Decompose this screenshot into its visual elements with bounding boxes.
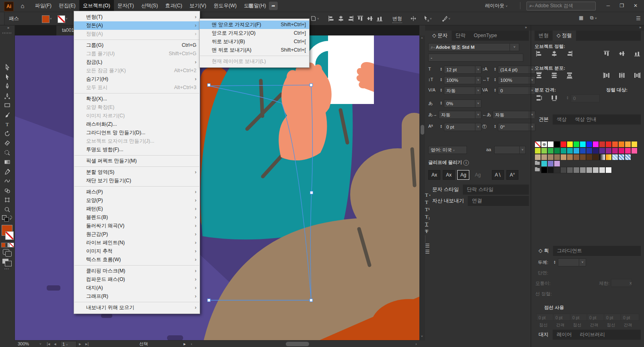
swatch-cell[interactable] <box>599 148 605 154</box>
object-menu-item[interactable]: 그룹(G)Ctrl+G <box>74 41 200 50</box>
object-align-al-icon[interactable] <box>535 50 543 57</box>
curvature-tool[interactable] <box>2 91 13 100</box>
object-menu-item[interactable]: 숨기기(H)› <box>74 75 200 83</box>
swatch-cell[interactable] <box>612 148 618 154</box>
char-style-panel-tab[interactable]: 문자 스타일 <box>428 185 463 195</box>
object-menu-item[interactable]: 블렌드(B)› <box>74 213 200 222</box>
swatch-cell[interactable] <box>567 148 573 154</box>
char-rotation-field[interactable]: 0° <box>498 123 533 131</box>
object-menu-item[interactable]: 래스터화(Z)... <box>74 120 200 129</box>
stepper-icon[interactable]: ▴ ▾ <box>439 77 444 81</box>
swatch-cell[interactable] <box>605 141 612 148</box>
object-menu-item[interactable]: 재단 보기 만들기(C) <box>74 177 200 185</box>
object-menu-item[interactable]: 둘러싸기 왜곡(V)› <box>74 222 200 230</box>
direct-selection-tool[interactable] <box>2 73 13 81</box>
swatch-cell[interactable] <box>573 148 580 154</box>
object-distribute-dh2-icon[interactable] <box>618 72 625 79</box>
kerning-dropdown[interactable]: ˅ <box>475 87 481 95</box>
menubar-item[interactable]: 문자(T) <box>114 0 138 12</box>
font-family-field[interactable]: ⌕˅ Adobe 명조 Std M <box>428 43 512 51</box>
selection-tool[interactable] <box>2 63 13 72</box>
vertical-scale-field[interactable]: 100% <box>444 76 479 84</box>
asset-export-panel-tab[interactable]: 연결 <box>468 196 486 206</box>
aki-right-field[interactable]: 자동 <box>493 111 533 119</box>
hscroll-left-icon[interactable]: ‹ <box>191 341 192 347</box>
swatch-cell[interactable] <box>592 154 599 160</box>
tools-grip[interactable] <box>2 32 12 34</box>
swatch-cell[interactable] <box>554 160 560 167</box>
paintbrush-tool[interactable] <box>2 110 13 119</box>
swatch-cell[interactable] <box>618 148 625 154</box>
char-style-panel-tab[interactable]: 단락 스타일 <box>463 185 497 195</box>
recolor-artwork-icon[interactable]: ˅ <box>441 15 452 22</box>
object-menu-item[interactable]: 내보내기 위해 모으기› <box>74 303 200 312</box>
object-menu-item[interactable]: 정돈(A)› <box>74 21 200 30</box>
swatch-cell[interactable] <box>547 154 554 160</box>
swatch-cell[interactable] <box>560 167 567 173</box>
swatch-cell[interactable] <box>554 154 560 160</box>
menubar-item[interactable]: 윈도우(W) <box>210 0 240 12</box>
swatch-cell[interactable] <box>541 160 547 167</box>
swatch-cell[interactable] <box>612 141 618 148</box>
object-menu-item[interactable]: 패턴(E)› <box>74 205 200 213</box>
lasso-tool[interactable] <box>2 148 13 157</box>
stepper-icon[interactable]: ▴ ▾ <box>439 124 444 128</box>
swatch-cell[interactable] <box>541 148 547 154</box>
kerning-field[interactable]: 자동 <box>444 87 479 95</box>
swatch-cell[interactable] <box>631 141 638 148</box>
swatch-cell[interactable] <box>592 167 599 173</box>
object-menu-item[interactable]: 픽셀 퍼펙트 만들기(M) <box>74 157 200 165</box>
swatch-cell[interactable] <box>618 141 625 148</box>
text-decor-button[interactable]: T¹ <box>425 206 436 214</box>
object-distribute-dv1-icon[interactable] <box>535 72 543 79</box>
menubar-item[interactable]: 선택(S) <box>138 0 162 12</box>
stepper-icon[interactable]: ▴ ▾ <box>493 88 497 92</box>
anti-alias-dropdown[interactable]: ˅ <box>519 146 526 154</box>
swatch-cell[interactable] <box>586 167 592 173</box>
tsume-field[interactable]: 0% <box>444 100 479 108</box>
stroke-color-swatch[interactable] <box>58 15 65 23</box>
last-artboard-icon[interactable]: ▸| <box>85 341 89 347</box>
select-similar-icon[interactable]: ˅ <box>423 15 434 22</box>
swatch-cell[interactable] <box>573 154 580 160</box>
layout-workspace-dropdown[interactable]: 레이아웃 ˅ <box>485 0 508 12</box>
restore-button[interactable]: ❐ <box>615 0 629 11</box>
zoom-tool[interactable] <box>2 205 13 214</box>
swatch-cell[interactable] <box>573 141 580 148</box>
swatch-cell[interactable] <box>586 141 592 148</box>
fill-dropdown-icon[interactable]: ˅ <box>50 17 52 21</box>
tsume-dropdown[interactable]: ˅ <box>475 100 481 108</box>
align-at-icon[interactable] <box>357 15 364 22</box>
swatch-cell[interactable] <box>535 148 541 154</box>
text-decor-button[interactable]: T₁ <box>425 214 436 221</box>
artboard-number-field[interactable]: 1 ˅ <box>60 341 76 347</box>
swap-fill-stroke-icon[interactable]: ⤸ <box>10 215 12 220</box>
glyph-snap-button[interactable]: A∖ <box>492 170 504 180</box>
color-mode-none-icon[interactable] <box>9 243 14 247</box>
swatch-cell[interactable] <box>560 148 567 154</box>
font-size-dropdown[interactable]: ˅ <box>475 66 481 74</box>
object-distribute-dv2-icon[interactable] <box>551 72 558 79</box>
object-menu-item[interactable]: 클리핑 마스크(M)› <box>74 267 200 275</box>
shaper-tool[interactable] <box>2 177 13 185</box>
swatch-cell[interactable] <box>580 154 586 160</box>
registration-swatch[interactable]: ⊕ <box>541 141 547 148</box>
swatch-cell[interactable] <box>625 148 631 154</box>
object-align-ar-icon[interactable] <box>566 50 573 57</box>
object-menu-item[interactable]: 변형(T)› <box>74 13 200 21</box>
rotate-tool[interactable] <box>2 129 13 138</box>
swatch-cell[interactable] <box>605 154 612 160</box>
swatch-cell[interactable] <box>580 141 586 148</box>
pattern-swatch[interactable] <box>612 154 618 160</box>
align-ac-icon[interactable] <box>337 15 345 22</box>
font-style-field[interactable]: - <box>428 54 523 62</box>
share-icon[interactable]: ➦ <box>269 2 278 10</box>
glyph-snap-button[interactable]: Ax <box>443 170 455 180</box>
glyph-snap-button[interactable]: Ag <box>457 170 469 180</box>
swatch-cell[interactable] <box>592 148 599 154</box>
tracking-field[interactable]: 0 <box>498 87 533 95</box>
stepper-icon[interactable]: ▴ ▾ <box>439 101 444 105</box>
swatches-panel-tab[interactable]: 견본 <box>535 114 553 125</box>
toolbar-stroke-swatch[interactable] <box>5 231 14 240</box>
type-tool[interactable]: T <box>2 120 13 129</box>
